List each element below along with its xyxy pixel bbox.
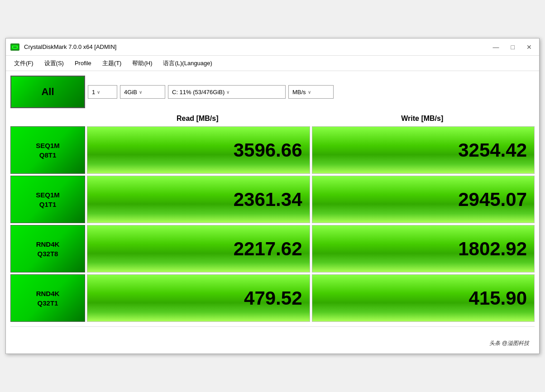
count-value: 1	[92, 89, 95, 96]
main-content: All 1 ∨ 4GiB ∨ C: 11% (53/476GiB) ∨ MB/s…	[6, 71, 539, 354]
unit-dropdown[interactable]: MB/s ∨	[288, 85, 334, 99]
minimize-button[interactable]: —	[489, 43, 503, 52]
row-0-write: 3254.42	[312, 126, 535, 174]
row-0-read: 3596.66	[87, 126, 310, 174]
row-1-label: SEQ1M Q1T1	[10, 176, 85, 223]
app-window: CrystalDiskMark 7.0.0 x64 [ADMIN] — □ ✕ …	[5, 38, 540, 354]
controls-row: All 1 ∨ 4GiB ∨ C: 11% (53/476GiB) ∨ MB/s…	[10, 76, 535, 108]
row-3-write: 415.90	[312, 274, 535, 322]
close-button[interactable]: ✕	[523, 43, 535, 52]
row-3-label-line2: Q32T1	[38, 298, 58, 308]
row-1-label-line1: SEQ1M	[36, 190, 60, 200]
menu-help[interactable]: 帮助(H)	[128, 58, 157, 69]
all-button[interactable]: All	[10, 76, 85, 108]
data-rows: SEQ1M Q8T1 3596.66 3254.42 SEQ1M Q1T1 23…	[10, 126, 535, 322]
row-2-label-line2: Q32T8	[38, 249, 58, 258]
row-2-read: 2217.62	[87, 225, 310, 272]
header-write: Write [MB/s]	[310, 113, 535, 124]
row-0-label: SEQ1M Q8T1	[10, 126, 85, 174]
window-title: CrystalDiskMark 7.0.0 x64 [ADMIN]	[24, 43, 116, 50]
size-chevron-icon: ∨	[139, 90, 142, 95]
row-2-label-line1: RND4K	[36, 239, 60, 249]
menu-profile[interactable]: Profile	[70, 58, 96, 68]
row-1-read: 2361.34	[87, 176, 310, 223]
drive-chevron-icon: ∨	[226, 90, 229, 95]
drive-dropdown[interactable]: C: 11% (53/476GiB) ∨	[168, 85, 286, 99]
table-row: SEQ1M Q1T1 2361.34 2945.07	[10, 176, 535, 223]
menu-settings[interactable]: 设置(S)	[40, 58, 68, 69]
svg-rect-3	[13, 47, 17, 48]
table-row: RND4K Q32T8 2217.62 1802.92	[10, 225, 535, 272]
unit-chevron-icon: ∨	[308, 90, 311, 95]
app-icon	[10, 42, 20, 53]
row-2-write: 1802.92	[312, 225, 535, 272]
row-3-read: 479.52	[87, 274, 310, 322]
header-read: Read [MB/s]	[85, 113, 310, 124]
watermark: 头条 @溢图科技	[489, 339, 529, 347]
bottom-bar: 头条 @溢图科技	[10, 326, 535, 349]
menu-language[interactable]: 语言(L)(Language)	[158, 58, 216, 69]
title-bar-left: CrystalDiskMark 7.0.0 x64 [ADMIN]	[10, 42, 116, 53]
row-2-label: RND4K Q32T8	[10, 225, 85, 272]
table-row: SEQ1M Q8T1 3596.66 3254.42	[10, 126, 535, 174]
row-1-label-line2: Q1T1	[39, 200, 57, 209]
header-row: Read [MB/s] Write [MB/s]	[10, 113, 535, 124]
row-0-label-line1: SEQ1M	[36, 141, 60, 150]
window-controls: — □ ✕	[489, 43, 535, 52]
menu-theme[interactable]: 主题(T)	[98, 58, 126, 69]
size-value: 4GiB	[124, 89, 137, 96]
menu-file[interactable]: 文件(F)	[10, 58, 38, 69]
header-empty	[10, 113, 85, 124]
row-0-label-line2: Q8T1	[39, 150, 57, 160]
size-dropdown[interactable]: 4GiB ∨	[120, 85, 165, 99]
menu-bar: 文件(F) 设置(S) Profile 主题(T) 帮助(H) 语言(L)(La…	[6, 56, 539, 71]
drive-value: C: 11% (53/476GiB)	[172, 89, 225, 96]
title-bar: CrystalDiskMark 7.0.0 x64 [ADMIN] — □ ✕	[6, 38, 539, 56]
row-3-label: RND4K Q32T1	[10, 274, 85, 322]
maximize-button[interactable]: □	[507, 43, 518, 52]
unit-value: MB/s	[292, 89, 306, 96]
count-dropdown[interactable]: 1 ∨	[88, 85, 117, 99]
table-row: RND4K Q32T1 479.52 415.90	[10, 274, 535, 322]
row-3-label-line1: RND4K	[36, 289, 60, 298]
count-chevron-icon: ∨	[97, 90, 100, 95]
row-1-write: 2945.07	[312, 176, 535, 223]
